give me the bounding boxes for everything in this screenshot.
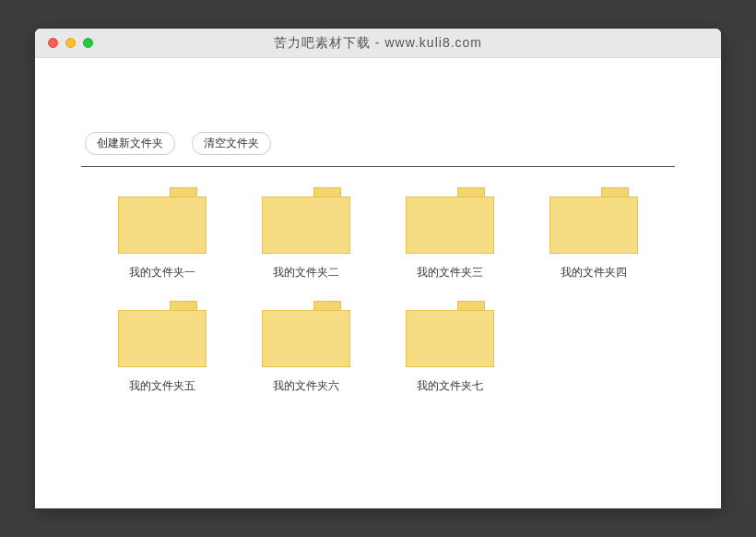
- folder-label: 我的文件夹四: [561, 265, 627, 280]
- window-title: 苦力吧素材下载 - www.kuli8.com: [35, 35, 721, 52]
- folder-grid: 我的文件夹一我的文件夹二我的文件夹三我的文件夹四我的文件夹五我的文件夹六我的文件…: [81, 187, 675, 394]
- folder-label: 我的文件夹二: [273, 265, 339, 280]
- folder-item[interactable]: 我的文件夹四: [538, 187, 649, 280]
- toolbar: 创建新文件夹 清空文件夹: [81, 132, 675, 155]
- folder-item[interactable]: 我的文件夹一: [107, 187, 218, 280]
- folder-item[interactable]: 我的文件夹六: [251, 301, 361, 394]
- close-icon[interactable]: [48, 38, 58, 48]
- app-window: 苦力吧素材下载 - www.kuli8.com 创建新文件夹 清空文件夹 我的文…: [35, 29, 721, 508]
- maximize-icon[interactable]: [83, 38, 93, 48]
- folder-label: 我的文件夹三: [417, 265, 483, 280]
- folder-item[interactable]: 我的文件夹五: [107, 301, 218, 394]
- folder-label: 我的文件夹七: [417, 378, 483, 394]
- titlebar: 苦力吧素材下载 - www.kuli8.com: [35, 29, 721, 58]
- folder-icon: [118, 187, 207, 254]
- folder-item[interactable]: 我的文件夹二: [251, 187, 361, 280]
- folder-icon: [262, 187, 350, 254]
- minimize-icon[interactable]: [65, 38, 76, 48]
- clear-folders-button[interactable]: 清空文件夹: [192, 132, 271, 155]
- folder-label: 我的文件夹六: [273, 378, 339, 394]
- folder-icon: [406, 301, 494, 367]
- folder-item[interactable]: 我的文件夹七: [395, 301, 505, 394]
- folder-label: 我的文件夹五: [129, 378, 195, 394]
- folder-label: 我的文件夹一: [129, 265, 195, 280]
- content-area: 创建新文件夹 清空文件夹 我的文件夹一我的文件夹二我的文件夹三我的文件夹四我的文…: [35, 58, 721, 508]
- folder-icon: [262, 301, 350, 367]
- folder-icon: [549, 187, 638, 254]
- folder-icon: [118, 301, 207, 367]
- divider: [81, 166, 675, 167]
- folder-icon: [406, 187, 494, 254]
- create-folder-button[interactable]: 创建新文件夹: [85, 132, 175, 155]
- window-controls: [35, 38, 93, 48]
- folder-item[interactable]: 我的文件夹三: [395, 187, 505, 280]
